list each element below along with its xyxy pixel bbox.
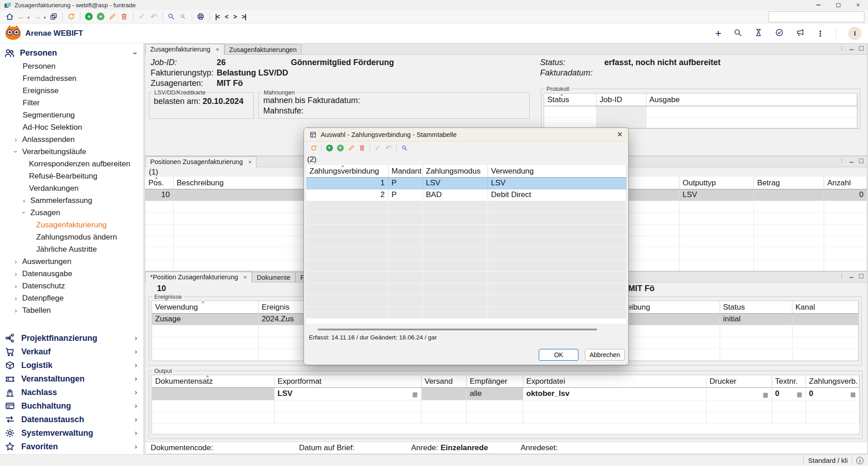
- sidebar-item-anlassspenden[interactable]: ›Anlassspenden: [0, 133, 143, 146]
- edit-button[interactable]: [108, 11, 118, 23]
- sidebar-section-buchhaltung[interactable]: Buchhaltung›: [0, 399, 143, 413]
- sidebar-section-projektfinanzierung[interactable]: Projektfinanzierung›: [0, 331, 143, 345]
- toolbar-quick-input[interactable]: [768, 11, 864, 22]
- cell-zahlungsverbindung[interactable]: 1: [306, 177, 388, 189]
- header-tasks-button[interactable]: [775, 28, 784, 39]
- undo-button[interactable]: ↶: [384, 142, 393, 153]
- sidebar-item-datenausgabe[interactable]: ›Datenausgabe: [0, 268, 143, 280]
- positionen-col-pos[interactable]: ^Pos.: [145, 177, 173, 189]
- refresh-button[interactable]: [309, 142, 318, 153]
- panel-minimize-icon[interactable]: [849, 277, 854, 278]
- protokoll-table[interactable]: ^Status Job-ID Ausgabe: [544, 94, 857, 128]
- nav-last-button[interactable]: >|: [242, 13, 246, 20]
- output-col-zahlungsverb[interactable]: Zahlungsverb.: [806, 375, 859, 387]
- sidebar-section-systemverwaltung[interactable]: Systemverwaltung›: [0, 426, 143, 440]
- cell-drucker[interactable]: ▦: [706, 387, 772, 400]
- cancel-button[interactable]: Abbrechen: [585, 349, 625, 361]
- dialog-col-zahlungsmodus[interactable]: Zahlungsmodus: [422, 165, 488, 177]
- zahlungsverbindung-table[interactable]: ^Zahlungsverbindung Mandant Zahlungsmodu…: [306, 165, 626, 319]
- add-copy-button[interactable]: +: [336, 142, 345, 153]
- sidebar-item-verarbeitungsläufe[interactable]: ›Verarbeitungsläufe: [0, 146, 143, 158]
- sidebar-section-favoriten[interactable]: Favoriten›: [0, 440, 143, 453]
- header-hourglass-button[interactable]: [754, 28, 763, 39]
- cell-zahlungsmodus[interactable]: LSV: [422, 177, 488, 189]
- sidebar-item-verdankungen[interactable]: Verdankungen: [0, 182, 143, 194]
- cell-zahlungsverbindung[interactable]: 2: [306, 189, 388, 201]
- panel-maximize-icon[interactable]: [859, 274, 863, 278]
- lookup-grid-icon[interactable]: ▦: [850, 391, 856, 398]
- output-row[interactable]: ▦LSV alle oktober_lsv ▦ ▦0 ▦0: [152, 387, 859, 400]
- zahlungsverbindung-row-2[interactable]: 2PBADDebit Direct: [306, 189, 626, 201]
- search-button[interactable]: [166, 11, 176, 23]
- sidebar-item-tabellen[interactable]: ›Tabellen: [0, 304, 143, 316]
- undo-button[interactable]: ↶: [149, 11, 159, 23]
- cell-textnr[interactable]: ▦0: [772, 387, 806, 400]
- home-button[interactable]: [5, 11, 14, 23]
- nav-next-button[interactable]: >: [233, 13, 237, 20]
- sidebar-section-logistik[interactable]: Logistik›: [0, 358, 143, 372]
- window-minimize-button[interactable]: [808, 0, 828, 10]
- delete-button[interactable]: [119, 11, 129, 23]
- dialog-close-button[interactable]: ✕: [617, 130, 623, 139]
- chevron-right-icon[interactable]: ›: [135, 388, 137, 396]
- forward-button[interactable]: →: [33, 11, 43, 23]
- tab-dokumente[interactable]: Dokumente: [252, 272, 295, 282]
- dialog-titlebar[interactable]: Auswahl - Zahlungsverbindung - Stammtabe…: [304, 128, 628, 141]
- add-button[interactable]: +: [325, 142, 334, 153]
- sidebar-section-verkauf[interactable]: Verkauf›: [0, 345, 143, 358]
- dialog-col-mandant[interactable]: Mandant: [388, 165, 422, 177]
- user-avatar[interactable]: I: [848, 27, 862, 40]
- tab-close-icon[interactable]: ×: [248, 159, 252, 165]
- nav-prev-button[interactable]: <: [225, 13, 228, 20]
- header-announcements-button[interactable]: [796, 28, 805, 39]
- panel-menu-icon[interactable]: ⋮: [839, 273, 844, 279]
- windows-button[interactable]: [49, 11, 59, 23]
- chevron-right-icon[interactable]: ›: [135, 348, 137, 356]
- chevron-right-icon[interactable]: ›: [135, 334, 137, 342]
- output-col-dokumentensatz[interactable]: ^Dokumentensatz: [152, 375, 274, 387]
- window-maximize-button[interactable]: [828, 0, 848, 10]
- output-col-exportformat[interactable]: Exportformat: [274, 375, 421, 387]
- lookup-grid-icon[interactable]: ▦: [797, 391, 802, 398]
- panel-maximize-icon[interactable]: [859, 46, 863, 51]
- tab-zusagenfakturierung[interactable]: Zusagenfakturierung×: [145, 44, 224, 55]
- ereignisse-col-status[interactable]: Status: [720, 301, 792, 313]
- expand-icon[interactable]: ›: [21, 197, 27, 204]
- ereignisse-col-verwendung[interactable]: ^Verwendung: [152, 301, 258, 313]
- protokoll-col-ausgabe[interactable]: Ausgabe: [646, 94, 857, 106]
- window-close-button[interactable]: ×: [848, 0, 868, 10]
- protokoll-col-status[interactable]: ^Status: [544, 94, 596, 106]
- sidebar-item-jährliche-austritte[interactable]: Jährliche Austritte: [0, 243, 143, 255]
- sidebar-section-veranstaltungen[interactable]: Veranstaltungen›: [0, 372, 143, 386]
- ok-button[interactable]: OK: [539, 349, 579, 361]
- positionen-col-betrag[interactable]: Betrag: [754, 177, 824, 189]
- expand-icon[interactable]: ›: [13, 258, 19, 265]
- tab-close-icon[interactable]: ×: [243, 274, 247, 281]
- output-table[interactable]: ^Dokumentensatz Exportformat Versand Emp…: [152, 375, 859, 424]
- sidebar-section-datenaustausch[interactable]: Datenaustausch›: [0, 413, 143, 426]
- zahlungsverbindung-row-1[interactable]: 1PLSVLSV: [306, 177, 626, 189]
- cell-zahlungsmodus[interactable]: BAD: [422, 189, 488, 201]
- header-add-button[interactable]: +: [715, 28, 721, 39]
- collapse-icon[interactable]: ›: [20, 210, 28, 216]
- panel-minimize-icon[interactable]: [849, 162, 854, 163]
- edit-button[interactable]: [346, 142, 356, 153]
- sidebar-item-fremdadressen[interactable]: Fremdadressen: [0, 72, 143, 85]
- output-col-textnr[interactable]: Textnr.: [772, 375, 806, 387]
- header-more-button[interactable]: ⋮: [816, 29, 824, 38]
- sidebar-item-datenschutz[interactable]: ›Datenschutz: [0, 280, 143, 292]
- output-col-drucker[interactable]: Drucker: [706, 375, 772, 387]
- nav-first-button[interactable]: |<: [215, 13, 219, 20]
- panel-maximize-icon[interactable]: [859, 159, 863, 163]
- output-col-versand[interactable]: Versand: [421, 375, 466, 387]
- forward-dropdown-caret[interactable]: ▼: [43, 16, 47, 20]
- add-button[interactable]: +: [84, 11, 94, 23]
- panel-menu-icon[interactable]: ⋮: [839, 158, 844, 164]
- output-col-empfaenger[interactable]: Empfänger: [466, 375, 523, 387]
- cell-zahlungsverb[interactable]: ▦0: [806, 387, 859, 400]
- chevron-right-icon[interactable]: ›: [135, 429, 137, 437]
- panel-minimize-icon[interactable]: [849, 49, 854, 50]
- sidebar-item-zahlungsmodus-ändern[interactable]: Zahlungsmodus ändern: [0, 231, 143, 243]
- sidebar-item-ad-hoc-selektion[interactable]: Ad-Hoc Selektion: [0, 121, 143, 133]
- header-search-button[interactable]: [733, 28, 742, 39]
